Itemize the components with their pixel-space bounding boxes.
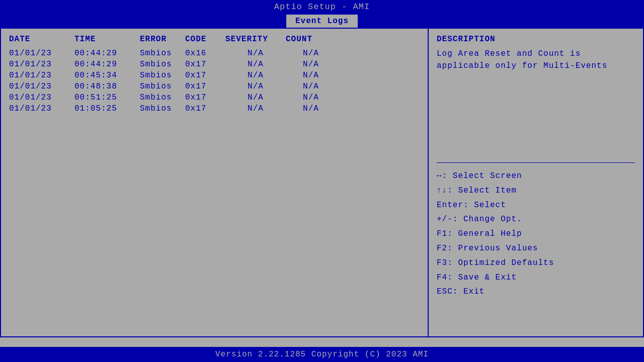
cell-code: 0x17 bbox=[185, 104, 225, 113]
cell-severity: N/A bbox=[225, 60, 286, 69]
divider bbox=[437, 162, 635, 163]
cell-error: Smbios bbox=[140, 104, 185, 113]
col-severity-header: SEVERITY bbox=[225, 35, 286, 44]
help-f3: F3: Optimized Defaults bbox=[437, 256, 635, 270]
table-row: 01/01/23 00:44:29 Smbios 0x17 N/A N/A bbox=[9, 60, 420, 69]
cell-code: 0x17 bbox=[185, 93, 225, 102]
cell-code: 0x17 bbox=[185, 71, 225, 80]
cell-time: 00:51:25 bbox=[74, 93, 140, 102]
col-time-header: TIME bbox=[74, 35, 140, 44]
cell-date: 01/01/23 bbox=[9, 93, 74, 102]
table-row: 01/01/23 00:51:25 Smbios 0x17 N/A N/A bbox=[9, 93, 420, 102]
help-enter-select: Enter: Select bbox=[437, 198, 635, 213]
cell-error: Smbios bbox=[140, 49, 185, 58]
cell-count: N/A bbox=[286, 60, 336, 69]
cell-count: N/A bbox=[286, 93, 336, 102]
cell-count: N/A bbox=[286, 82, 336, 91]
description-title: DESCRIPTION bbox=[437, 35, 635, 44]
help-f1: F1: General Help bbox=[437, 227, 635, 241]
help-f2: F2: Previous Values bbox=[437, 241, 635, 256]
cell-date: 01/01/23 bbox=[9, 104, 74, 113]
help-select-screen: ↔: Select Screen bbox=[437, 169, 635, 184]
footer: Version 2.22.1285 Copyright (C) 2023 AMI bbox=[0, 347, 644, 362]
cell-severity: N/A bbox=[225, 71, 286, 80]
cell-severity: N/A bbox=[225, 49, 286, 58]
cell-error: Smbios bbox=[140, 93, 185, 102]
cell-code: 0x17 bbox=[185, 82, 225, 91]
table-row: 01/01/23 01:05:25 Smbios 0x17 N/A N/A bbox=[9, 104, 420, 113]
cell-severity: N/A bbox=[225, 82, 286, 91]
table-row: 01/01/23 00:44:29 Smbios 0x16 N/A N/A bbox=[9, 49, 420, 58]
cell-time: 00:44:29 bbox=[74, 49, 140, 58]
main-content: DATE TIME ERROR CODE SEVERITY COUNT 01/0… bbox=[0, 28, 644, 337]
cell-count: N/A bbox=[286, 49, 336, 58]
cell-code: 0x17 bbox=[185, 60, 225, 69]
right-panel: DESCRIPTION Log Area Reset and Count is … bbox=[429, 29, 643, 336]
cell-time: 00:48:38 bbox=[74, 82, 140, 91]
tab-event-logs[interactable]: Event Logs bbox=[286, 15, 358, 28]
cell-date: 01/01/23 bbox=[9, 82, 74, 91]
help-section: ↔: Select Screen ↑↓: Select Item Enter: … bbox=[437, 169, 635, 299]
cell-error: Smbios bbox=[140, 71, 185, 80]
help-change-opt: +/-: Change Opt. bbox=[437, 212, 635, 227]
cell-date: 01/01/23 bbox=[9, 49, 74, 58]
help-f4: F4: Save & Exit bbox=[437, 270, 635, 285]
cell-date: 01/01/23 bbox=[9, 60, 74, 69]
col-date-header: DATE bbox=[9, 35, 74, 44]
help-select-item: ↑↓: Select Item bbox=[437, 184, 635, 198]
table-row: 01/01/23 00:45:34 Smbios 0x17 N/A N/A bbox=[9, 71, 420, 80]
col-count-header: COUNT bbox=[286, 35, 336, 44]
top-bar: Aptio Setup - AMI bbox=[0, 0, 644, 14]
cell-time: 01:05:25 bbox=[74, 104, 140, 113]
col-error-header: ERROR bbox=[140, 35, 185, 44]
cell-severity: N/A bbox=[225, 93, 286, 102]
footer-text: Version 2.22.1285 Copyright (C) 2023 AMI bbox=[215, 350, 429, 359]
app-title: Aptio Setup - AMI bbox=[274, 2, 370, 12]
cell-count: N/A bbox=[286, 104, 336, 113]
cell-date: 01/01/23 bbox=[9, 71, 74, 80]
description-text: Log Area Reset and Count is applicable o… bbox=[437, 48, 635, 72]
cell-code: 0x16 bbox=[185, 49, 225, 58]
col-code-header: CODE bbox=[185, 35, 225, 44]
cell-time: 00:44:29 bbox=[74, 60, 140, 69]
cell-error: Smbios bbox=[140, 82, 185, 91]
tab-bar: Event Logs bbox=[0, 14, 644, 28]
column-headers: DATE TIME ERROR CODE SEVERITY COUNT bbox=[9, 35, 420, 44]
log-table: 01/01/23 00:44:29 Smbios 0x16 N/A N/A 01… bbox=[9, 49, 420, 113]
left-panel: DATE TIME ERROR CODE SEVERITY COUNT 01/0… bbox=[1, 29, 429, 336]
cell-error: Smbios bbox=[140, 60, 185, 69]
cell-severity: N/A bbox=[225, 104, 286, 113]
description-section: DESCRIPTION Log Area Reset and Count is … bbox=[437, 35, 635, 72]
table-row: 01/01/23 00:48:38 Smbios 0x17 N/A N/A bbox=[9, 82, 420, 91]
cell-time: 00:45:34 bbox=[74, 71, 140, 80]
help-esc: ESC: Exit bbox=[437, 285, 635, 299]
cell-count: N/A bbox=[286, 71, 336, 80]
